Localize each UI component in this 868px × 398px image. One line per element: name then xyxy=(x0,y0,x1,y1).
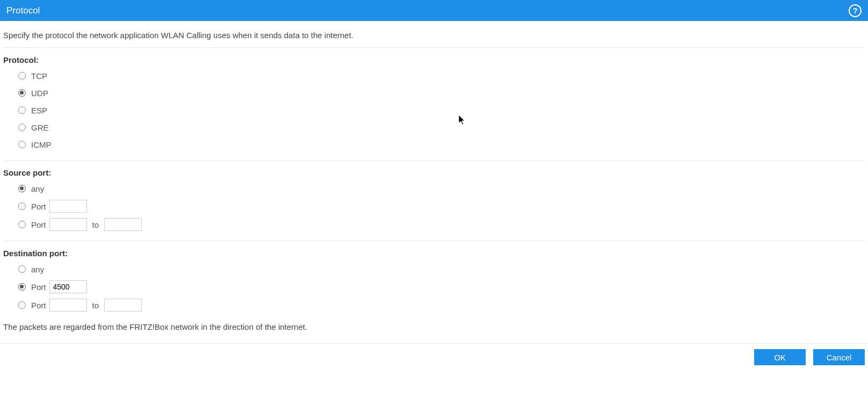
cancel-button[interactable]: Cancel xyxy=(813,349,865,365)
source-port-single[interactable]: Port xyxy=(18,200,865,213)
dest-port-section: Destination port: any Port Port to The p… xyxy=(3,241,865,343)
radio-icmp[interactable] xyxy=(18,141,26,148)
protocol-section: Protocol: TCP UDP ESP GRE ICMP xyxy=(3,48,865,161)
radio-esp[interactable] xyxy=(18,106,26,114)
radio-label-udp: UDP xyxy=(31,89,48,98)
direction-note: The packets are regarded from the FRITZ!… xyxy=(3,317,865,339)
radio-src-single[interactable] xyxy=(18,202,26,210)
src-range-from-input[interactable] xyxy=(49,218,87,231)
src-single-input[interactable] xyxy=(49,200,87,213)
radio-tcp[interactable] xyxy=(18,72,26,79)
help-icon[interactable]: ? xyxy=(849,4,862,17)
radio-label-src-any: any xyxy=(31,184,44,193)
radio-label-gre: GRE xyxy=(31,123,49,132)
radio-label-dst-any: any xyxy=(31,265,44,274)
source-port-section: Source port: any Port Port to xyxy=(3,161,865,241)
dest-port-any[interactable]: any xyxy=(18,263,865,275)
src-range-to-label: to xyxy=(92,220,99,229)
protocol-label: Protocol: xyxy=(3,55,865,64)
dst-range-from-input[interactable] xyxy=(49,299,87,312)
radio-gre[interactable] xyxy=(18,124,26,131)
page-header: Protocol ? xyxy=(0,0,868,21)
dest-port-label: Destination port: xyxy=(3,249,865,258)
dest-port-radio-group: any Port Port to xyxy=(3,263,865,312)
radio-label-tcp: TCP xyxy=(31,71,47,81)
dst-single-input[interactable] xyxy=(49,280,87,293)
radio-dst-any[interactable] xyxy=(18,265,26,273)
dst-range-to-input[interactable] xyxy=(104,299,142,312)
protocol-option-udp[interactable]: UDP xyxy=(18,87,865,99)
radio-label-esp: ESP xyxy=(31,106,47,115)
radio-dst-range[interactable] xyxy=(18,301,26,309)
source-port-range[interactable]: Port to xyxy=(18,218,865,231)
radio-label-src-range: Port xyxy=(31,220,46,229)
protocol-option-gre[interactable]: GRE xyxy=(18,121,865,133)
source-port-any[interactable]: any xyxy=(18,183,865,194)
dst-range-to-label: to xyxy=(92,301,99,310)
dest-port-single[interactable]: Port xyxy=(18,280,865,293)
page-title: Protocol xyxy=(6,5,40,16)
radio-label-dst-range: Port xyxy=(31,301,46,310)
intro-text: Specify the protocol the network applica… xyxy=(3,21,865,48)
protocol-radio-group: TCP UDP ESP GRE ICMP xyxy=(3,70,865,150)
radio-dst-single[interactable] xyxy=(18,283,26,291)
ok-button[interactable]: OK xyxy=(754,349,806,365)
source-port-radio-group: any Port Port to xyxy=(3,183,865,231)
radio-src-range[interactable] xyxy=(18,221,26,228)
radio-label-src-single: Port xyxy=(31,202,46,211)
radio-src-any[interactable] xyxy=(18,185,26,192)
dest-port-range[interactable]: Port to xyxy=(18,299,865,312)
footer: OK Cancel xyxy=(0,343,868,371)
protocol-option-tcp[interactable]: TCP xyxy=(18,70,865,82)
radio-udp[interactable] xyxy=(18,89,26,97)
radio-label-dst-single: Port xyxy=(31,283,46,292)
source-port-label: Source port: xyxy=(3,168,865,177)
src-range-to-input[interactable] xyxy=(104,218,142,231)
radio-label-icmp: ICMP xyxy=(31,140,52,149)
protocol-option-icmp[interactable]: ICMP xyxy=(18,139,865,150)
content-area: Specify the protocol the network applica… xyxy=(0,21,868,343)
protocol-option-esp[interactable]: ESP xyxy=(18,104,865,116)
